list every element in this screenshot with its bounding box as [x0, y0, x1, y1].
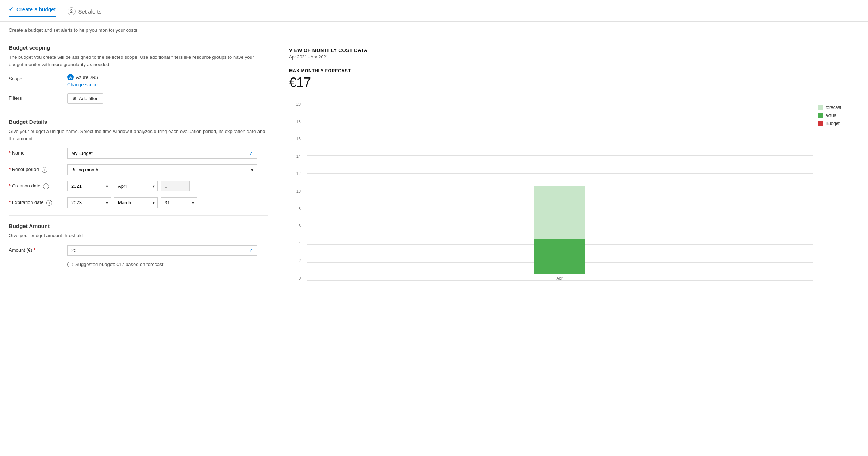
legend-forecast-item: forecast [818, 105, 856, 110]
steps-nav: ✓ Create a budget 2 Set alerts [9, 6, 859, 21]
creation-day-input [161, 181, 190, 191]
step-2[interactable]: 2 Set alerts [68, 7, 101, 15]
creation-date-field-value: 2021 2022 2023 ▾ JanuaryFebruaryMarch Ap… [67, 181, 268, 191]
expiration-date-row: 2021 2022 2023 2024 ▾ JanuaryFebruary [67, 197, 268, 208]
budget-scoping-section: Budget scoping The budget you create wil… [9, 45, 268, 104]
y-label-20: 20 [296, 102, 301, 106]
budget-amount-section: Budget Amount Give your budget amount th… [9, 223, 268, 267]
bar-stack-apr [534, 186, 585, 274]
reset-period-select[interactable]: Billing month Monthly Quarterly Annually [67, 164, 257, 175]
chart-area: 20 18 16 14 12 10 8 6 4 2 0 [289, 102, 856, 292]
creation-year-select[interactable]: 2021 2022 2023 [67, 181, 111, 191]
page-subtitle: Create a budget and set alerts to help y… [0, 22, 868, 39]
amount-input[interactable] [67, 245, 257, 256]
y-label-8: 8 [299, 206, 301, 211]
creation-day-wrapper [161, 181, 190, 191]
right-panel: VIEW OF MONTHLY COST DATA Apr 2021 - Apr… [277, 39, 868, 456]
budget-details-section: Budget Details Give your budget a unique… [9, 119, 268, 208]
scope-value-container: A AzureDNS Change scope [67, 74, 268, 87]
reset-period-field-value: Billing month Monthly Quarterly Annually… [67, 164, 268, 175]
grid-line-0 [307, 280, 813, 281]
amount-required-star: * [34, 247, 35, 253]
details-desc: Give your budget a unique name. Select t… [9, 128, 268, 142]
creation-month-select[interactable]: JanuaryFebruaryMarch AprilMayJune JulyAu… [114, 181, 158, 191]
amount-desc: Give your budget amount threshold [9, 232, 268, 239]
y-axis: 20 18 16 14 12 10 8 6 4 2 0 [289, 102, 304, 280]
expiration-required-star: * [9, 200, 11, 205]
scope-name-text: AzureDNS [76, 75, 98, 80]
amount-input-wrapper: ✓ [67, 245, 257, 256]
legend-actual-label: actual [826, 113, 837, 118]
legend-actual-color [818, 113, 823, 118]
y-label-18: 18 [296, 119, 301, 124]
section-divider-2 [9, 215, 268, 216]
expiration-day-select-wrapper: 12345 28293031 ▾ [161, 197, 197, 208]
amount-label: Amount (€) * [9, 245, 67, 253]
scope-field-row: Scope A AzureDNS Change scope [9, 74, 268, 87]
name-label: * Name [9, 148, 67, 156]
expiration-month-select-wrapper: JanuaryFebruary March AprilMayJune JulyA… [114, 197, 158, 208]
y-label-2: 2 [299, 258, 301, 263]
add-filter-label: Add filter [79, 96, 97, 101]
creation-info-icon: i [43, 183, 49, 189]
page-container: ✓ Create a budget 2 Set alerts Create a … [0, 0, 868, 456]
y-label-16: 16 [296, 137, 301, 141]
creation-date-field-row: * Creation date i 2021 2022 2023 [9, 181, 268, 191]
chart-date-range: Apr 2021 - Apr 2021 [289, 54, 856, 60]
expiration-day-select[interactable]: 12345 28293031 [161, 197, 197, 208]
bar-group-apr: Apr [523, 186, 596, 280]
creation-date-row: 2021 2022 2023 ▾ JanuaryFebruaryMarch Ap… [67, 181, 268, 191]
chart-title: VIEW OF MONTHLY COST DATA [289, 48, 856, 53]
header: ✓ Create a budget 2 Set alerts [0, 0, 868, 22]
legend-actual-item: actual [818, 113, 856, 118]
bar-label-apr: Apr [556, 276, 562, 280]
name-field-value: ✓ [67, 148, 268, 159]
expiration-month-select[interactable]: JanuaryFebruary March AprilMayJune JulyA… [114, 197, 158, 208]
chart-legend: forecast actual Budget [813, 102, 856, 292]
legend-forecast-label: forecast [826, 105, 841, 110]
suggestion-row: i Suggested budget: €17 based on forecas… [67, 262, 268, 267]
legend-forecast-color [818, 105, 823, 110]
scope-name: A AzureDNS [67, 74, 268, 80]
add-filter-button[interactable]: ⊕ Add filter [67, 93, 103, 104]
amount-field-row: Amount (€) * ✓ [9, 245, 268, 256]
creation-required-star: * [9, 183, 11, 189]
step-1[interactable]: ✓ Create a budget [9, 6, 56, 17]
scoping-desc: The budget you create will be assigned t… [9, 54, 268, 68]
reset-required-star: * [9, 167, 11, 172]
change-scope-link[interactable]: Change scope [67, 82, 98, 87]
legend-budget-item: Budget [818, 121, 856, 126]
expiration-year-select-wrapper: 2021 2022 2023 2024 ▾ [67, 197, 111, 208]
name-input-wrapper: ✓ [67, 148, 257, 159]
creation-year-select-wrapper: 2021 2022 2023 ▾ [67, 181, 111, 191]
max-forecast-value: €17 [289, 75, 856, 90]
name-required-star: * [9, 150, 11, 156]
name-field-row: * Name ✓ [9, 148, 268, 159]
expiration-year-select[interactable]: 2021 2022 2023 2024 [67, 197, 111, 208]
y-label-4: 4 [299, 241, 301, 246]
bar-forecast-apr [534, 186, 585, 239]
add-filter-icon: ⊕ [73, 96, 77, 101]
chart-main: 20 18 16 14 12 10 8 6 4 2 0 [289, 102, 813, 292]
chart-plot: Apr [307, 102, 813, 280]
scoping-title: Budget scoping [9, 45, 268, 51]
legend-budget-color [818, 121, 823, 126]
bar-actual-apr [534, 239, 585, 274]
suggestion-text: Suggested budget: €17 based on forecast. [75, 262, 165, 267]
bars-container: Apr [307, 102, 813, 280]
y-label-14: 14 [296, 154, 301, 159]
y-label-6: 6 [299, 224, 301, 228]
expiration-date-field-value: 2021 2022 2023 2024 ▾ JanuaryFebruary [67, 197, 268, 208]
max-forecast-label: MAX MONTHLY FORECAST [289, 68, 856, 73]
creation-month-select-wrapper: JanuaryFebruaryMarch AprilMayJune JulyAu… [114, 181, 158, 191]
step1-check-icon: ✓ [9, 6, 14, 12]
filters-label: Filters [9, 93, 67, 101]
reset-info-icon: i [42, 167, 47, 173]
y-label-12: 12 [296, 171, 301, 176]
legend-budget-label: Budget [826, 121, 840, 126]
name-input[interactable] [67, 148, 257, 159]
amount-field-value: ✓ [67, 245, 268, 256]
filters-value-container: ⊕ Add filter [67, 93, 268, 104]
section-divider-1 [9, 111, 268, 111]
reset-period-label: * Reset period i [9, 164, 67, 173]
